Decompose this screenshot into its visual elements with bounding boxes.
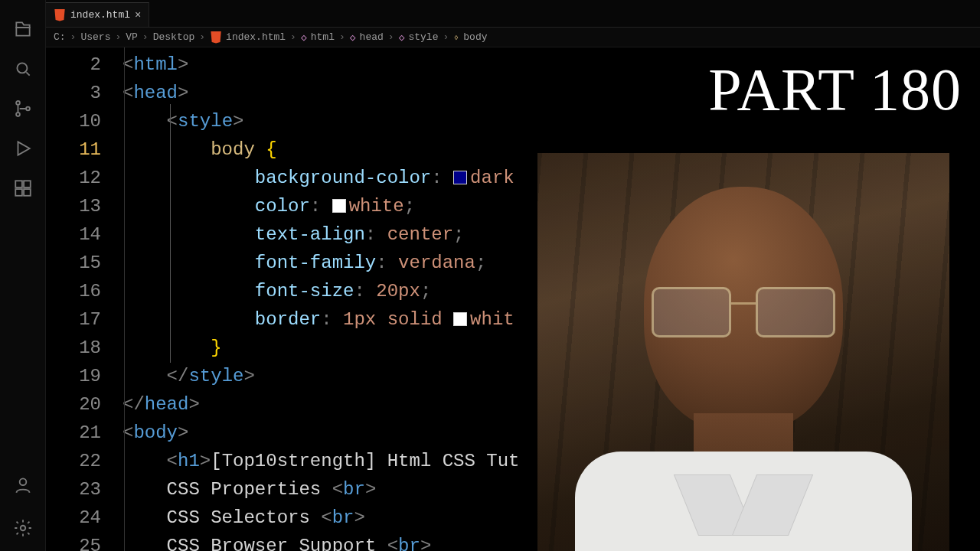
settings-gear-icon[interactable]: [12, 517, 34, 539]
svg-point-3: [26, 107, 30, 111]
breadcrumb-segment: ⬨body: [453, 31, 487, 43]
activity-bar: [0, 0, 46, 551]
selector-icon: ⬨: [453, 31, 459, 43]
search-icon[interactable]: [12, 58, 34, 80]
breadcrumb-segment: Desktop: [153, 31, 195, 43]
breadcrumb[interactable]: C:› Users› VP› Desktop› index.html› ◇htm…: [46, 28, 980, 47]
brace-icon: ◇: [350, 31, 356, 44]
svg-point-0: [17, 63, 27, 73]
html-file-icon: [210, 31, 222, 44]
account-icon[interactable]: [12, 474, 34, 496]
breadcrumb-segment: Users: [80, 31, 110, 43]
tab-bar: index.html ×: [46, 0, 980, 28]
breadcrumb-segment: ◇html: [301, 31, 335, 44]
color-swatch-icon: [453, 171, 467, 184]
explorer-icon[interactable]: [12, 18, 34, 40]
svg-rect-4: [15, 181, 22, 187]
svg-rect-6: [15, 189, 22, 196]
breadcrumb-segment: C:: [54, 31, 66, 43]
html-file-icon: [54, 9, 66, 21]
close-icon[interactable]: ×: [135, 9, 141, 21]
svg-rect-5: [24, 181, 31, 187]
color-swatch-icon: [453, 312, 467, 326]
svg-point-8: [19, 478, 26, 485]
breadcrumb-segment: VP: [126, 31, 138, 43]
brace-icon: ◇: [399, 31, 405, 44]
breadcrumb-segment: index.html: [210, 31, 286, 44]
line-number-gutter: 2 3 10 11 12 13 14 15 16 17 18 19 20 21 …: [46, 47, 122, 551]
tab-index-html[interactable]: index.html ×: [46, 2, 149, 27]
tab-label: index.html: [70, 9, 130, 21]
svg-point-1: [16, 101, 20, 105]
breadcrumb-segment: ◇style: [399, 31, 439, 44]
color-swatch-icon: [332, 199, 346, 213]
svg-rect-7: [24, 189, 31, 196]
breadcrumb-segment: ◇head: [350, 31, 384, 44]
brace-icon: ◇: [301, 31, 307, 44]
overlay-title: PART 180: [708, 55, 962, 124]
run-debug-icon[interactable]: [12, 138, 34, 159]
svg-point-9: [20, 526, 25, 531]
extensions-icon[interactable]: [12, 178, 34, 199]
svg-point-2: [16, 112, 20, 116]
source-control-icon[interactable]: [12, 98, 34, 119]
presenter-photo: [537, 153, 949, 551]
